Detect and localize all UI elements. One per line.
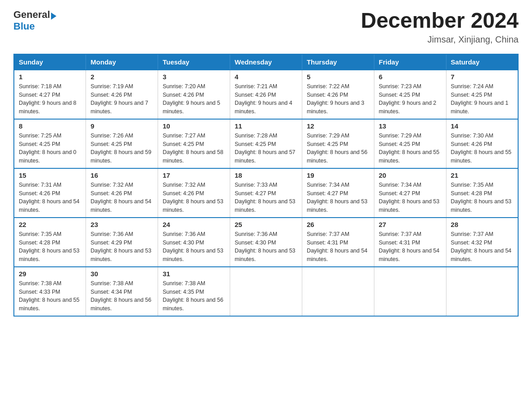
sunset-label: Sunset: 4:27 PM — [307, 190, 348, 197]
sunrise-label: Sunrise: 7:20 AM — [163, 83, 205, 90]
daylight-label: Daylight: 8 hours and 54 minutes. — [307, 248, 368, 262]
daylight-label: Daylight: 9 hours and 2 minutes. — [379, 100, 437, 115]
day-number: 10 — [163, 122, 225, 130]
sunset-label: Sunset: 4:25 PM — [163, 141, 204, 147]
day-cell: 5 Sunrise: 7:22 AM Sunset: 4:26 PM Dayli… — [302, 70, 374, 119]
day-cell: 4 Sunrise: 7:21 AM Sunset: 4:26 PM Dayli… — [230, 70, 302, 119]
calendar-table: SundayMondayTuesdayWednesdayThursdayFrid… — [13, 54, 519, 317]
daylight-label: Daylight: 8 hours and 53 minutes. — [90, 248, 151, 262]
sunrise-label: Sunrise: 7:32 AM — [90, 182, 133, 188]
day-cell: 14 Sunrise: 7:30 AM Sunset: 4:26 PM Dayl… — [446, 119, 518, 168]
logo: General Blue — [13, 9, 56, 32]
sunset-label: Sunset: 4:33 PM — [19, 289, 60, 295]
day-number: 20 — [379, 171, 442, 179]
day-cell: 1 Sunrise: 7:18 AM Sunset: 4:27 PM Dayli… — [14, 70, 86, 119]
week-row-2: 8 Sunrise: 7:25 AM Sunset: 4:25 PM Dayli… — [14, 119, 518, 168]
header-cell-wednesday: Wednesday — [230, 54, 302, 70]
day-cell: 24 Sunrise: 7:36 AM Sunset: 4:30 PM Dayl… — [158, 218, 230, 267]
header-cell-sunday: Sunday — [14, 54, 86, 70]
sunset-label: Sunset: 4:26 PM — [90, 190, 132, 197]
sunset-label: Sunset: 4:26 PM — [307, 92, 348, 98]
week-row-5: 29 Sunrise: 7:38 AM Sunset: 4:33 PM Dayl… — [14, 267, 518, 316]
day-number: 1 — [19, 73, 81, 81]
day-info: Sunrise: 7:20 AM Sunset: 4:26 PM Dayligh… — [163, 82, 225, 116]
week-row-1: 1 Sunrise: 7:18 AM Sunset: 4:27 PM Dayli… — [14, 70, 518, 119]
day-number: 30 — [90, 270, 153, 278]
sunrise-label: Sunrise: 7:35 AM — [19, 231, 61, 237]
sunrise-label: Sunrise: 7:19 AM — [90, 83, 133, 90]
daylight-label: Daylight: 8 hours and 54 minutes. — [379, 248, 440, 262]
header-row: SundayMondayTuesdayWednesdayThursdayFrid… — [14, 54, 518, 70]
daylight-label: Daylight: 8 hours and 0 minutes. — [19, 149, 77, 164]
sunset-label: Sunset: 4:32 PM — [451, 240, 492, 246]
day-cell — [446, 267, 518, 316]
day-info: Sunrise: 7:22 AM Sunset: 4:26 PM Dayligh… — [307, 82, 369, 116]
day-number: 26 — [307, 221, 369, 228]
daylight-label: Daylight: 8 hours and 55 minutes. — [451, 149, 512, 164]
daylight-label: Daylight: 8 hours and 56 minutes. — [307, 149, 368, 164]
logo-blue-text: Blue — [13, 21, 35, 32]
sunrise-label: Sunrise: 7:29 AM — [379, 133, 421, 139]
logo-general-text: General — [13, 9, 50, 21]
day-cell: 16 Sunrise: 7:32 AM Sunset: 4:26 PM Dayl… — [86, 168, 158, 218]
sunset-label: Sunset: 4:27 PM — [379, 190, 420, 197]
day-info: Sunrise: 7:37 AM Sunset: 4:32 PM Dayligh… — [451, 230, 513, 264]
day-number: 13 — [379, 122, 442, 130]
day-cell: 10 Sunrise: 7:27 AM Sunset: 4:25 PM Dayl… — [158, 119, 230, 168]
sunset-label: Sunset: 4:26 PM — [235, 92, 276, 98]
day-cell: 23 Sunrise: 7:36 AM Sunset: 4:29 PM Dayl… — [86, 218, 158, 267]
day-info: Sunrise: 7:34 AM Sunset: 4:27 PM Dayligh… — [307, 181, 369, 214]
day-info: Sunrise: 7:21 AM Sunset: 4:26 PM Dayligh… — [235, 82, 297, 116]
day-number: 9 — [90, 122, 153, 130]
day-info: Sunrise: 7:29 AM Sunset: 4:25 PM Dayligh… — [307, 132, 369, 165]
day-info: Sunrise: 7:31 AM Sunset: 4:26 PM Dayligh… — [19, 181, 81, 214]
sunset-label: Sunset: 4:25 PM — [235, 141, 276, 147]
sunset-label: Sunset: 4:26 PM — [163, 190, 204, 197]
title-section: December 2024 Jimsar, Xinjiang, China — [361, 9, 519, 45]
day-info: Sunrise: 7:32 AM Sunset: 4:26 PM Dayligh… — [90, 181, 153, 214]
day-number: 8 — [19, 122, 81, 130]
day-info: Sunrise: 7:35 AM Sunset: 4:28 PM Dayligh… — [451, 181, 513, 214]
sunrise-label: Sunrise: 7:34 AM — [307, 182, 349, 188]
day-number: 23 — [90, 221, 153, 228]
day-info: Sunrise: 7:18 AM Sunset: 4:27 PM Dayligh… — [19, 82, 81, 116]
day-number: 5 — [307, 73, 369, 81]
sunset-label: Sunset: 4:26 PM — [90, 92, 132, 98]
sunrise-label: Sunrise: 7:37 AM — [451, 231, 493, 237]
day-info: Sunrise: 7:38 AM Sunset: 4:34 PM Dayligh… — [90, 279, 153, 313]
daylight-label: Daylight: 8 hours and 54 minutes. — [451, 248, 512, 262]
day-number: 31 — [163, 270, 225, 278]
daylight-label: Daylight: 8 hours and 53 minutes. — [235, 248, 296, 262]
day-info: Sunrise: 7:28 AM Sunset: 4:25 PM Dayligh… — [235, 132, 297, 165]
day-number: 16 — [90, 171, 153, 179]
day-number: 21 — [451, 171, 513, 179]
sunset-label: Sunset: 4:35 PM — [163, 289, 204, 295]
day-number: 22 — [19, 221, 81, 228]
day-number: 2 — [90, 73, 153, 81]
daylight-label: Daylight: 9 hours and 3 minutes. — [307, 100, 365, 115]
day-cell: 20 Sunrise: 7:34 AM Sunset: 4:27 PM Dayl… — [374, 168, 446, 218]
day-info: Sunrise: 7:19 AM Sunset: 4:26 PM Dayligh… — [90, 82, 153, 116]
day-cell — [302, 267, 374, 316]
sunrise-label: Sunrise: 7:31 AM — [19, 182, 61, 188]
day-info: Sunrise: 7:29 AM Sunset: 4:25 PM Dayligh… — [379, 132, 442, 165]
calendar-subtitle: Jimsar, Xinjiang, China — [361, 34, 519, 45]
day-info: Sunrise: 7:35 AM Sunset: 4:28 PM Dayligh… — [19, 230, 81, 264]
daylight-label: Daylight: 8 hours and 53 minutes. — [163, 198, 223, 213]
sunset-label: Sunset: 4:31 PM — [379, 240, 420, 246]
sunset-label: Sunset: 4:25 PM — [307, 141, 348, 147]
sunrise-label: Sunrise: 7:35 AM — [451, 182, 493, 188]
day-cell: 13 Sunrise: 7:29 AM Sunset: 4:25 PM Dayl… — [374, 119, 446, 168]
day-cell: 7 Sunrise: 7:24 AM Sunset: 4:25 PM Dayli… — [446, 70, 518, 119]
day-number: 27 — [379, 221, 442, 228]
day-number: 14 — [451, 122, 513, 130]
sunset-label: Sunset: 4:34 PM — [90, 289, 132, 295]
day-info: Sunrise: 7:38 AM Sunset: 4:35 PM Dayligh… — [163, 279, 225, 313]
daylight-label: Daylight: 9 hours and 8 minutes. — [19, 100, 77, 115]
sunrise-label: Sunrise: 7:29 AM — [307, 133, 349, 139]
sunrise-label: Sunrise: 7:37 AM — [379, 231, 421, 237]
sunrise-label: Sunrise: 7:30 AM — [451, 133, 493, 139]
sunset-label: Sunset: 4:26 PM — [451, 141, 492, 147]
sunrise-label: Sunrise: 7:33 AM — [235, 182, 277, 188]
header-cell-tuesday: Tuesday — [158, 54, 230, 70]
